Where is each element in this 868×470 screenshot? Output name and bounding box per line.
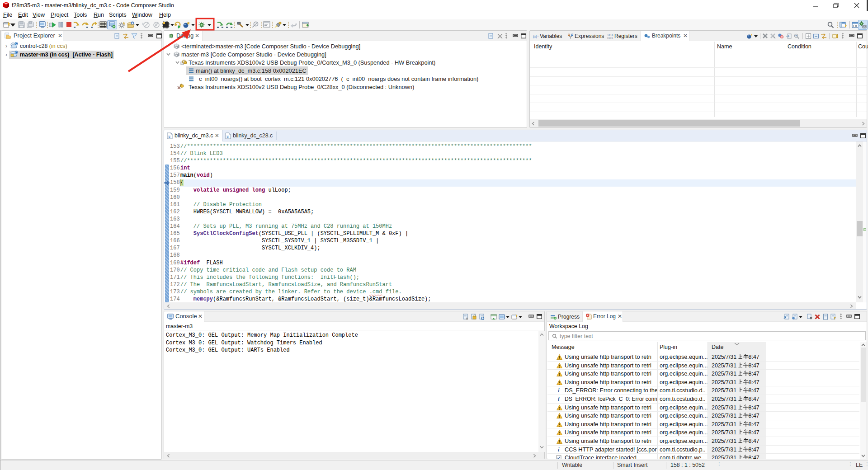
svg-text:(x)=: (x)= — [533, 34, 539, 38]
svg-text:C: C — [15, 42, 18, 45]
svg-text:C: C — [15, 51, 18, 54]
svg-text:c: c — [227, 135, 229, 139]
svg-text:c: c — [169, 135, 170, 139]
svg-text:0101: 0101 — [607, 37, 613, 39]
